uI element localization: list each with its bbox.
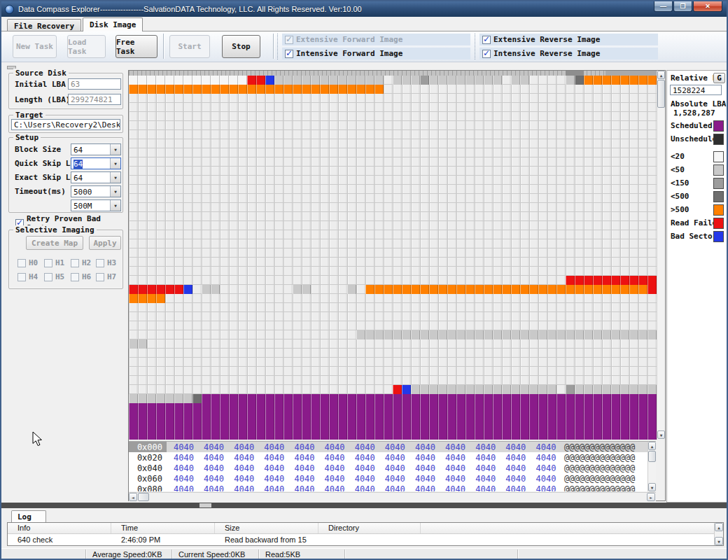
grid-scrollbar-thumb[interactable] <box>657 80 665 108</box>
size-limit-combo[interactable]: 500M ▼ <box>71 200 121 211</box>
hex-row[interactable]: 0x060 4040 4040 4040 4040 4040 4040 4040… <box>129 473 656 484</box>
block-map-grid[interactable] <box>129 76 657 440</box>
grid-run-lt500[interactable] <box>192 394 202 403</box>
hscrollbar-thumb[interactable] <box>138 493 149 501</box>
grid-run-lt50[interactable] <box>274 76 384 85</box>
grid-run-lt50[interactable] <box>575 385 657 394</box>
head-checkbox-h7[interactable]: H7 <box>96 272 116 281</box>
col-size[interactable]: Size <box>215 523 318 533</box>
grid-run-lt50[interactable] <box>293 285 311 294</box>
timeout-combo[interactable]: 5000 ▼ <box>71 186 121 197</box>
extensive-forward-checkbox[interactable] <box>285 36 293 44</box>
extensive-forward-row[interactable]: Extensive Forward Image <box>282 34 470 46</box>
grid-scrollbar[interactable]: ▲ ▼ <box>657 71 665 440</box>
intensive-forward-row[interactable]: Intensive Forward Image <box>282 48 470 59</box>
tab-file-recovery[interactable]: File Recovery <box>7 19 81 31</box>
hex-viewer[interactable]: 0x000 4040 4040 4040 4040 4040 4040 4040… <box>129 441 656 491</box>
extensive-reverse-checkbox[interactable] <box>482 36 491 44</box>
scroll-up-icon[interactable]: ▲ <box>657 71 665 79</box>
col-directory[interactable]: Directory <box>318 523 421 533</box>
grid-run-fail[interactable] <box>393 385 402 394</box>
hex-row[interactable]: 0x080 4040 4040 4040 4040 4040 4040 4040… <box>129 484 656 491</box>
chevron-down-icon[interactable]: ▼ <box>110 158 120 169</box>
load-task-button[interactable]: Load Task <box>67 35 106 58</box>
free-task-button[interactable]: Free Task <box>115 35 158 58</box>
maximize-button[interactable]: ❐ <box>673 1 692 12</box>
head-checkbox-h3[interactable]: H3 <box>96 258 116 267</box>
grid-run-gt500[interactable] <box>129 85 384 94</box>
hex-scrollbar[interactable]: ▲ ▼ <box>648 442 656 491</box>
intensive-reverse-checkbox[interactable] <box>482 50 491 58</box>
grid-run-bad[interactable] <box>265 76 274 85</box>
grid-run-lt50[interactable] <box>129 340 147 349</box>
close-button[interactable]: ✕ <box>693 1 722 12</box>
grid-run-lt50[interactable] <box>566 76 575 85</box>
grid-run-fail[interactable] <box>129 285 183 294</box>
grid-run-fail[interactable] <box>247 76 265 85</box>
chevron-down-icon[interactable]: ▼ <box>110 186 120 197</box>
horizontal-splitter[interactable] <box>1 503 728 508</box>
target-path-field[interactable]: C:\Users\Recovery2\Desktop\Demc <box>11 119 120 130</box>
grid-run-lt50[interactable] <box>393 76 420 85</box>
head-checkbox-h6[interactable]: H6 <box>71 272 91 281</box>
grid-run-lt50[interactable] <box>129 394 192 403</box>
create-map-button[interactable]: Create Map <box>26 236 83 250</box>
grid-run-purple[interactable] <box>129 403 657 412</box>
stop-button[interactable]: Stop <box>222 35 260 58</box>
splitter-handle[interactable] <box>200 503 211 507</box>
extensive-reverse-row[interactable]: Extensive Reverse Image <box>479 34 658 46</box>
head-checkbox-h2[interactable]: H2 <box>71 258 91 267</box>
grid-run-purple[interactable] <box>129 430 657 440</box>
chevron-down-icon[interactable]: ▼ <box>110 144 120 155</box>
grid-run-purple[interactable] <box>129 421 657 430</box>
grid-run-lt50[interactable] <box>429 76 502 85</box>
head-checkbox-h1[interactable]: H1 <box>44 258 64 267</box>
head-checkbox-h5[interactable]: H5 <box>44 272 64 281</box>
chevron-down-icon[interactable]: ▼ <box>110 200 120 211</box>
hex-scrollbar-thumb[interactable] <box>648 451 656 462</box>
scroll-right-icon[interactable]: ► <box>647 493 655 501</box>
grid-run-lt150[interactable] <box>566 385 575 394</box>
grid-run-bad[interactable] <box>402 385 411 394</box>
block-size-combo[interactable]: 64 ▼ <box>71 144 121 155</box>
grid-run-gt500[interactable] <box>365 285 648 294</box>
hex-row[interactable]: 0x020 4040 4040 4040 4040 4040 4040 4040… <box>129 452 656 463</box>
scroll-up-icon[interactable]: ▲ <box>715 523 723 531</box>
scroll-down-icon[interactable]: ▼ <box>657 430 665 439</box>
scroll-down-icon[interactable]: ▼ <box>715 537 723 545</box>
relative-lba-field[interactable]: 1528224 <box>670 85 722 95</box>
title-bar[interactable]: Data Compass Explorer-----------------Sa… <box>1 1 727 17</box>
scroll-left-icon[interactable]: ◄ <box>129 493 137 501</box>
grid-run-purple[interactable] <box>202 394 657 403</box>
grid-run-lt50[interactable] <box>347 285 356 294</box>
lba-strip[interactable] <box>129 71 657 76</box>
horizontal-scrollbar[interactable]: ◄ ► <box>129 492 656 501</box>
grid-run-lt20[interactable] <box>129 76 247 85</box>
new-task-button[interactable]: New Task <box>13 35 57 58</box>
intensive-forward-checkbox[interactable] <box>285 50 293 58</box>
scroll-up-icon[interactable]: ▲ <box>648 442 656 450</box>
grid-run-lt150[interactable] <box>420 76 429 85</box>
col-time[interactable]: Time <box>111 523 215 533</box>
grid-run-fail[interactable] <box>566 276 657 285</box>
log-row[interactable]: 640 check 2:46:09 PM Read backward from … <box>8 534 723 545</box>
grid-run-gt500[interactable] <box>129 294 165 303</box>
log-scrollbar[interactable]: ▲ ▼ <box>714 523 723 545</box>
grid-run-bad[interactable] <box>183 285 192 294</box>
go-button[interactable]: G <box>713 73 725 83</box>
length-lba-field[interactable]: 299274821 <box>68 94 121 105</box>
scroll-down-icon[interactable]: ▼ <box>648 483 656 491</box>
grid-run-gt500[interactable] <box>584 76 657 85</box>
hex-row[interactable]: 0x040 4040 4040 4040 4040 4040 4040 4040… <box>129 463 656 473</box>
head-checkbox-h4[interactable]: H4 <box>18 272 38 281</box>
quick-skip-combo[interactable]: 64 ▼ <box>71 158 121 169</box>
grid-run-fail[interactable] <box>648 285 657 294</box>
apply-button[interactable]: Apply <box>89 236 121 250</box>
grid-run-lt50[interactable] <box>411 385 556 394</box>
minimize-button[interactable]: — <box>654 1 673 12</box>
col-info[interactable]: Info <box>8 523 111 533</box>
chevron-down-icon[interactable]: ▼ <box>110 172 120 183</box>
start-button[interactable]: Start <box>169 35 210 58</box>
hex-row[interactable]: 0x000 4040 4040 4040 4040 4040 4040 4040… <box>129 442 656 452</box>
tab-log[interactable]: Log <box>11 510 46 523</box>
